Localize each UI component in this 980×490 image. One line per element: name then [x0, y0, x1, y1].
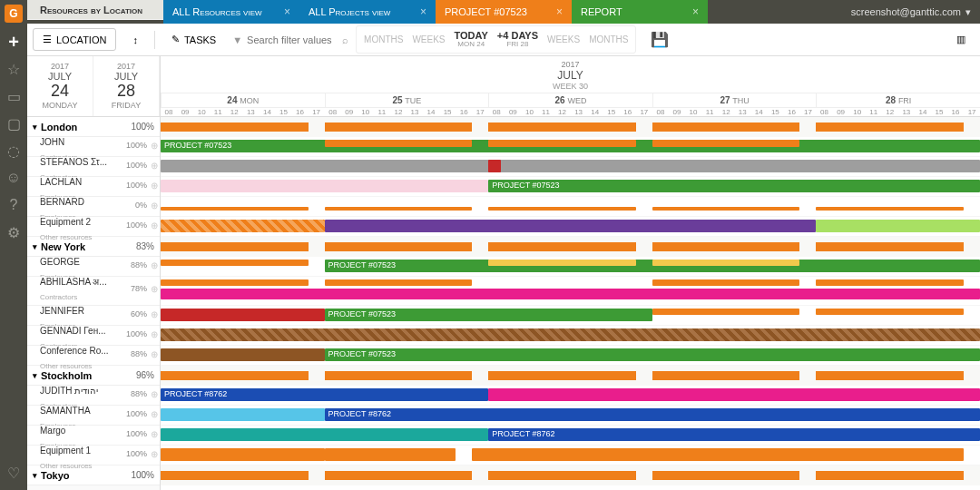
group-header[interactable]: ▾London100% [27, 117, 160, 137]
task-bar[interactable] [652, 207, 800, 211]
filter-search[interactable]: ▼ ⌕ [232, 34, 348, 45]
save-icon[interactable]: 💾 [651, 31, 669, 48]
timeline-row[interactable]: PROJECT #07523 [161, 257, 980, 277]
add-icon[interactable]: + [5, 34, 22, 50]
task-bar[interactable] [161, 207, 309, 211]
close-icon[interactable]: × [556, 5, 563, 18]
task-bar[interactable] [325, 448, 456, 461]
task-bar[interactable] [488, 260, 636, 266]
resource-row[interactable]: Equipment 1Other resources100%⊕ [27, 446, 160, 466]
timeline-panel[interactable]: PROJECT #07523PROJECT #07523PROJECT #075… [161, 117, 980, 490]
chart-icon[interactable]: ▥ [947, 29, 975, 50]
task-bar[interactable] [472, 448, 964, 461]
resource-row[interactable]: Equipment 2Other resources100%⊕ [27, 217, 160, 237]
resource-row[interactable]: GENNADI Ген...Contractors100%⊕ [27, 326, 160, 346]
timeline-row[interactable]: PROJECT #07523 [161, 306, 980, 326]
task-bar[interactable]: PROJECT #07523 [325, 348, 980, 361]
add-task-icon[interactable]: ⊕ [151, 181, 158, 191]
heart-icon[interactable]: ♡ [5, 465, 22, 481]
task-bar[interactable] [325, 207, 473, 211]
resource-row[interactable]: STEFANOS Στ...Contractors100%⊕ [27, 157, 160, 177]
weeks-out-label[interactable]: WEEKS [412, 34, 445, 44]
task-bar[interactable] [161, 260, 309, 266]
resource-row[interactable]: LACHLANEmployees100%⊕ [27, 177, 160, 197]
timeline-row[interactable] [161, 277, 980, 306]
resource-row[interactable]: SAMANTHAEmployees100%⊕ [27, 406, 160, 426]
tab-4[interactable]: REPORT× [572, 0, 708, 24]
date-card[interactable]: 2017JULY24MONDAY [27, 56, 93, 116]
close-icon[interactable]: × [284, 5, 290, 18]
timeline-row[interactable]: PROJECT #8762 [161, 386, 980, 406]
months-in-label[interactable]: MONTHS [589, 34, 628, 44]
gear-icon[interactable]: ⚙ [5, 224, 22, 240]
add-task-icon[interactable]: ⊕ [151, 449, 158, 459]
task-bar[interactable] [161, 328, 980, 341]
close-icon[interactable]: × [692, 5, 699, 18]
task-bar[interactable] [161, 408, 325, 421]
task-bar[interactable] [161, 160, 980, 172]
task-bar[interactable] [161, 180, 488, 192]
task-bar[interactable] [488, 388, 980, 401]
end-date-button[interactable]: +4 DAYSFRI 28 [497, 30, 538, 49]
task-bar[interactable] [161, 279, 309, 286]
resource-row[interactable]: GEORGEEmployees88%⊕ [27, 257, 160, 277]
add-task-icon[interactable]: ⊕ [151, 141, 158, 151]
resource-row[interactable]: JOHNContractors100%⊕ [27, 137, 160, 157]
timeline-row[interactable]: PROJECT #8762 [161, 406, 980, 426]
tab-3[interactable]: PROJECT #07523× [436, 0, 572, 24]
help-icon[interactable]: ? [5, 197, 22, 213]
today-button[interactable]: TODAYMON 24 [455, 30, 488, 49]
add-task-icon[interactable]: ⊕ [151, 201, 158, 211]
add-task-icon[interactable]: ⊕ [151, 429, 158, 439]
task-bar[interactable]: PROJECT #8762 [488, 428, 980, 441]
add-task-icon[interactable]: ⊕ [151, 260, 158, 270]
add-task-icon[interactable]: ⊕ [151, 284, 158, 294]
timeline-row[interactable]: PROJECT #07523 [161, 137, 980, 157]
timeline-row[interactable] [161, 326, 980, 346]
task-bar[interactable] [161, 348, 325, 361]
star-icon[interactable]: ☆ [5, 61, 22, 77]
date-range-control[interactable]: MONTHS WEEKS TODAYMON 24 +4 DAYSFRI 28 W… [356, 25, 636, 54]
task-bar[interactable] [161, 448, 325, 461]
task-bar[interactable] [161, 220, 325, 232]
close-icon[interactable]: × [420, 5, 426, 18]
task-bar[interactable] [161, 309, 325, 321]
resource-row[interactable]: MargoEmployees100%⊕ [27, 426, 160, 446]
add-task-icon[interactable]: ⊕ [151, 220, 158, 230]
task-bar[interactable] [488, 207, 636, 211]
document-icon[interactable]: ▭ [5, 88, 22, 104]
timeline-row[interactable] [161, 217, 980, 237]
task-bar[interactable] [325, 279, 473, 286]
account-menu[interactable]: screenshot@ganttic.com ▾ [842, 0, 980, 24]
tab-0[interactable]: Resources by Location [27, 0, 163, 20]
add-task-icon[interactable]: ⊕ [151, 349, 158, 359]
task-bar[interactable] [488, 160, 501, 172]
months-out-label[interactable]: MONTHS [364, 34, 403, 44]
resource-row[interactable]: JUDITH יהודיתContractors88%⊕ [27, 386, 160, 406]
task-bar[interactable] [816, 309, 964, 315]
task-bar[interactable] [652, 309, 800, 315]
add-task-icon[interactable]: ⊕ [151, 389, 158, 399]
drop-icon[interactable]: ◌ [5, 142, 22, 159]
sort-button[interactable]: ↕ [123, 30, 147, 50]
folder-icon[interactable]: ▢ [5, 115, 22, 132]
task-bar[interactable] [325, 140, 473, 147]
timeline-row[interactable]: PROJECT #07523 [161, 346, 980, 366]
task-bar[interactable] [816, 207, 964, 211]
task-bar[interactable]: PROJECT #07523 [488, 180, 980, 192]
add-task-icon[interactable]: ⊕ [151, 161, 158, 171]
user-icon[interactable]: ☺ [5, 170, 22, 186]
task-bar[interactable]: PROJECT #07523 [325, 309, 652, 321]
task-bar[interactable] [652, 279, 800, 286]
add-task-icon[interactable]: ⊕ [151, 329, 158, 339]
search-input[interactable] [247, 34, 338, 45]
task-bar[interactable] [161, 428, 488, 441]
tab-2[interactable]: ALL Projects view× [299, 0, 436, 24]
location-button[interactable]: ☰ LOCATION [33, 28, 116, 51]
resource-row[interactable]: Conference Ro...Other resources88%⊕ [27, 346, 160, 366]
timeline-row[interactable] [161, 157, 980, 177]
resource-row[interactable]: ABHILASHA अ...Contractors78%⊕ [27, 277, 160, 306]
timeline-row[interactable] [161, 197, 980, 217]
resource-row[interactable]: JENNIFEREmployees60%⊕ [27, 306, 160, 326]
task-bar[interactable] [325, 220, 817, 232]
